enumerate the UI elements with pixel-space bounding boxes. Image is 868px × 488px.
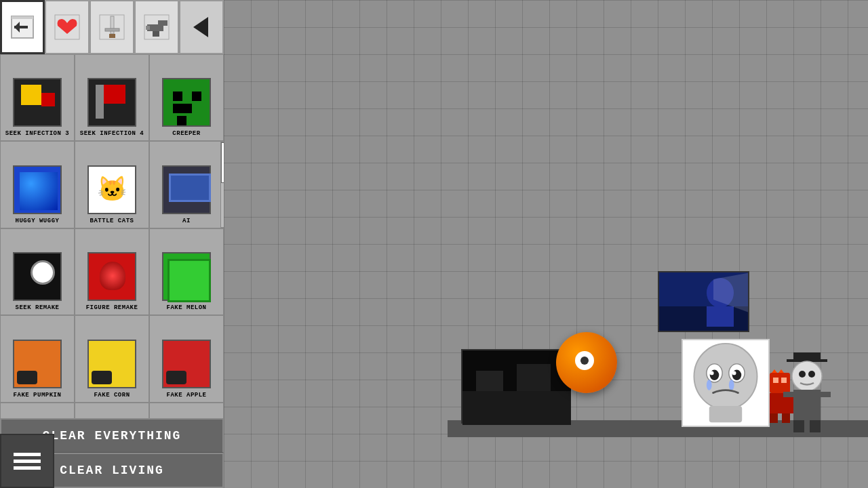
- entity-icon-fakecorn: [85, 337, 139, 391]
- entity-icon-fakeapple: [159, 337, 214, 391]
- entity-label-fakemelon: FAKE MELON: [166, 305, 206, 312]
- svg-rect-15: [659, 306, 749, 332]
- entity-fake-pumpkin[interactable]: FAKE PUMPKIN: [0, 315, 75, 402]
- entity-icon-seekremake: [10, 249, 64, 304]
- svg-rect-29: [709, 406, 742, 422]
- entity-seek-infection-3[interactable]: SEEK INFECTION 3: [0, 54, 75, 141]
- orange-ball-eye: [575, 351, 594, 370]
- svg-marker-12: [772, 369, 777, 373]
- entity-icon-fakepumpkin: [10, 337, 64, 391]
- svg-rect-2: [476, 371, 503, 391]
- blue-scene-image: [658, 271, 749, 332]
- menu-line-1: [14, 453, 41, 456]
- entity-icon-fakemelon: [159, 249, 214, 304]
- entity-label-fakepumpkin: FAKE PUMPKIN: [14, 392, 62, 399]
- svg-rect-35: [793, 390, 821, 420]
- scroll-thumb: [221, 142, 224, 183]
- svg-marker-54: [193, 17, 208, 37]
- svg-rect-8: [770, 413, 778, 423]
- back-button[interactable]: [0, 0, 45, 54]
- entity-huggy-wuggy[interactable]: HUGGY WUGGY: [0, 141, 75, 228]
- play-back-button[interactable]: [179, 0, 224, 54]
- svg-rect-52: [153, 31, 159, 37]
- menu-icon: [14, 453, 41, 470]
- entity-fake-corn[interactable]: FAKE CORN: [75, 315, 149, 402]
- health-button[interactable]: [45, 0, 90, 54]
- orange-ball-entity[interactable]: [556, 332, 617, 393]
- entity-label-figureremake: FIGURE REMAKE: [86, 305, 138, 312]
- entity-label-ai: AI: [182, 218, 191, 225]
- left-panel: SEEK INFECTION 3 SEEK INFECTION 4 CREEPE…: [0, 0, 224, 488]
- entity-creeper[interactable]: CREEPER: [149, 54, 224, 141]
- svg-rect-43: [12, 16, 33, 19]
- svg-rect-3: [517, 364, 551, 391]
- svg-rect-10: [773, 378, 778, 383]
- entity-fake-melon[interactable]: FAKE MELON: [149, 228, 224, 315]
- orange-ball-pupil: [580, 357, 589, 365]
- entity-label-fakecorn: FAKE CORN: [94, 392, 130, 399]
- dark-scene: [461, 349, 570, 424]
- svg-rect-53: [146, 26, 150, 30]
- entity-figure-remake[interactable]: FIGURE REMAKE: [75, 228, 149, 315]
- entity-fake-apple[interactable]: FAKE APPLE: [149, 315, 224, 402]
- toolbar: [0, 0, 224, 54]
- entity-icon-seek4: [85, 75, 139, 129]
- entity-icon-battlecats: [85, 163, 139, 217]
- menu-line-3: [14, 466, 41, 470]
- entity-seek-remake[interactable]: SEEK REMAKE: [0, 228, 75, 315]
- entity-label-creeper: CREEPER: [172, 131, 200, 138]
- svg-rect-47: [105, 28, 119, 31]
- entity-label-seek4: SEEK INFECTION 4: [80, 131, 144, 138]
- svg-rect-1: [462, 391, 571, 425]
- svg-rect-38: [793, 420, 804, 432]
- entity-icon-huggy: [10, 163, 64, 217]
- entity-icon-creeper: [159, 75, 214, 129]
- entity-icon-figureremake: [85, 249, 139, 304]
- menu-button[interactable]: [0, 434, 54, 488]
- svg-rect-36: [783, 392, 795, 397]
- entity-ai[interactable]: AI: [149, 141, 224, 228]
- menu-line-2: [14, 460, 41, 463]
- svg-point-27: [707, 380, 712, 390]
- entity-label-battlecats: BATTLE CATS: [90, 218, 134, 225]
- svg-rect-51: [158, 20, 167, 26]
- entity-label-seek3: SEEK INFECTION 3: [5, 131, 69, 138]
- sword-button[interactable]: [90, 0, 134, 54]
- svg-point-20: [694, 344, 757, 409]
- bottom-bar: CLEAR EVERYTHING CLEAR LIVING: [0, 418, 224, 488]
- entity-label-seekremake: SEEK REMAKE: [16, 305, 60, 312]
- svg-point-32: [792, 361, 822, 391]
- entity-label-fakeapple: FAKE APPLE: [166, 392, 206, 399]
- gun-button[interactable]: [134, 0, 179, 54]
- dark-character-entity[interactable]: [780, 352, 834, 434]
- svg-point-34: [808, 371, 815, 378]
- entity-seek-infection-4[interactable]: SEEK INFECTION 4: [75, 54, 149, 141]
- svg-rect-37: [818, 392, 831, 397]
- svg-rect-39: [810, 420, 821, 432]
- svg-point-28: [729, 380, 734, 390]
- svg-point-25: [710, 371, 714, 375]
- entity-icon-ai: [159, 163, 214, 217]
- svg-point-33: [799, 371, 806, 378]
- svg-rect-48: [109, 34, 115, 38]
- entity-label-huggy: HUGGY WUGGY: [16, 218, 60, 225]
- game-canvas[interactable]: [224, 0, 868, 488]
- scroll-indicator: [220, 142, 224, 227]
- sad-character-entity[interactable]: [682, 339, 770, 427]
- svg-rect-17: [707, 306, 734, 327]
- svg-point-26: [732, 371, 736, 375]
- entity-battle-cats[interactable]: BATTLE CATS: [75, 141, 149, 228]
- entity-icon-seek3: [10, 75, 64, 129]
